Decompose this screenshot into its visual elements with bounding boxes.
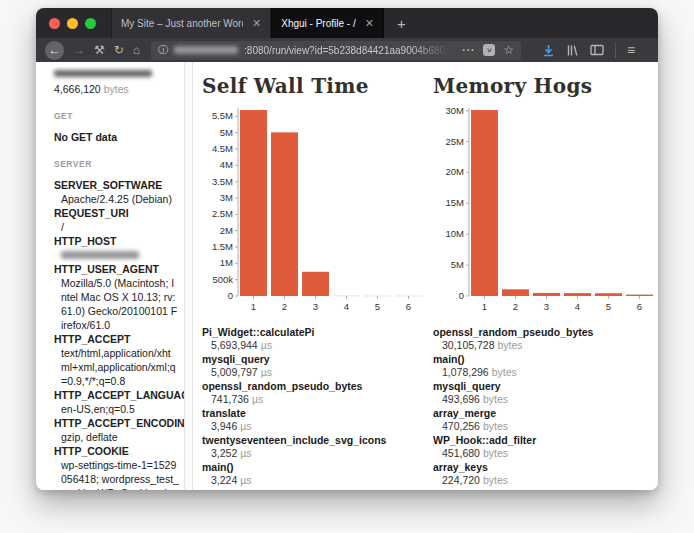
sidebar-section-header: SERVER [54, 157, 179, 171]
sidebar-entry-name: HTTP_HOST [54, 234, 179, 248]
minimize-window-icon[interactable] [67, 18, 78, 29]
bar[interactable] [564, 293, 591, 296]
svg-text:1: 1 [482, 301, 487, 312]
bar[interactable] [271, 132, 298, 296]
function-link[interactable]: main() [433, 353, 654, 366]
svg-text:5.5M: 5.5M [212, 110, 233, 121]
list-item: twentyseventeen_include_svg_icons3,252 µ… [202, 434, 423, 460]
sidebar-toggle-icon[interactable] [590, 44, 604, 56]
svg-text:5M: 5M [220, 127, 233, 138]
tab-1[interactable]: My Site – Just another WordPress s✕ [111, 8, 271, 38]
function-value-unit: µs [261, 366, 272, 378]
function-value-unit: bytes [483, 393, 508, 405]
bar[interactable] [240, 110, 267, 296]
library-icon[interactable] [566, 44, 579, 57]
svg-text:20M: 20M [446, 166, 465, 177]
sidebar-scrollbar[interactable] [184, 62, 193, 490]
svg-text:2.5M: 2.5M [212, 208, 233, 219]
svg-text:0: 0 [459, 290, 464, 301]
svg-text:1.5M: 1.5M [212, 241, 233, 252]
function-link[interactable]: WP_Hook::add_filter [433, 434, 654, 447]
bar[interactable] [471, 110, 498, 296]
function-value-unit: bytes [483, 474, 508, 486]
function-link[interactable]: array_merge [433, 407, 654, 420]
sidebar-entry-value: / [54, 220, 179, 234]
function-value-number: 5,009,797 [211, 366, 261, 378]
function-link[interactable]: twentyseventeen_include_svg_icons [202, 434, 423, 447]
svg-text:5: 5 [375, 301, 380, 312]
svg-text:3M: 3M [220, 192, 233, 203]
function-link[interactable]: mysqli_query [433, 380, 654, 393]
bar[interactable] [626, 295, 653, 296]
function-link[interactable]: translate [202, 407, 423, 420]
bar[interactable] [533, 293, 560, 296]
pocket-icon[interactable]: ˅ [483, 44, 495, 56]
sidebar-entry-name: HTTP_USER_AGENT [54, 262, 179, 276]
function-value: 3,946 µs [202, 420, 423, 433]
function-link[interactable]: array_keys [433, 461, 654, 474]
function-list: openssl_random_pseudo_bytes30,105,728 by… [433, 326, 654, 487]
back-icon[interactable]: ← [45, 41, 64, 60]
function-value-unit: µs [240, 447, 251, 459]
function-link[interactable]: Pi_Widget::calculatePi [202, 326, 423, 339]
svg-text:2: 2 [282, 301, 287, 312]
tab-close-icon[interactable]: ✕ [252, 17, 261, 30]
tab-close-icon[interactable]: ✕ [365, 17, 374, 30]
list-item: array_keys224,720 bytes [433, 461, 654, 487]
function-link[interactable]: mysqli_query [202, 353, 423, 366]
url-bar[interactable]: ⓘ :8080/run/view?id=5b238d84421aa9004b68… [151, 41, 521, 60]
memory-total-number: 4,666,120 [54, 83, 101, 95]
svg-text:15M: 15M [446, 197, 465, 208]
svg-text:1M: 1M [220, 257, 233, 268]
svg-text:1: 1 [251, 301, 256, 312]
page-actions-icon[interactable]: ··· [462, 45, 475, 56]
list-item: main()1,078,296 bytes [433, 353, 654, 379]
sidebar-entry-name: HTTP_ACCEPT_ENCODING [54, 416, 179, 430]
zoom-window-icon[interactable] [85, 18, 96, 29]
sidebar-sections: GETNo GET dataSERVERSERVER_SOFTWAREApach… [54, 109, 179, 490]
close-window-icon[interactable] [49, 18, 60, 29]
tab-2[interactable]: Xhgui - Profile - /✕ [271, 8, 384, 38]
browser-window: My Site – Just another WordPress s✕Xhgui… [36, 8, 658, 490]
menu-icon[interactable]: ≡ [627, 42, 635, 58]
site-info-icon[interactable]: ⓘ [158, 43, 168, 57]
download-icon[interactable] [542, 44, 555, 57]
nav-toolbar: ← → ⚒ ↻ ⌂ ⓘ :8080/run/view?id=5b238d8442… [36, 38, 658, 62]
function-value: 493,696 bytes [433, 393, 654, 406]
function-value: 1,078,296 bytes [433, 366, 654, 379]
function-link[interactable]: openssl_random_pseudo_bytes [433, 326, 654, 339]
home-icon[interactable]: ⌂ [133, 44, 140, 56]
sidebar-entry-name: SERVER_SOFTWARE [54, 178, 179, 192]
wrench-icon[interactable]: ⚒ [94, 44, 105, 56]
page-content: 4,666,120 bytes GETNo GET dataSERVERSERV… [36, 62, 658, 490]
function-link[interactable]: openssl_random_pseudo_bytes [202, 380, 423, 393]
reload-icon[interactable]: ↻ [114, 44, 124, 56]
svg-text:5: 5 [606, 301, 611, 312]
chart-section-1: Self Wall Time0500k1M1.5M2M2.5M3M3.5M4M4… [202, 72, 423, 490]
function-link[interactable]: main() [202, 461, 423, 474]
svg-text:2: 2 [513, 301, 518, 312]
function-value: 30,105,728 bytes [433, 339, 654, 352]
bar[interactable] [595, 293, 622, 296]
function-value-number: 493,696 [442, 393, 483, 405]
bar[interactable] [302, 272, 329, 296]
toolbar-right-icons: ≡ [542, 42, 635, 58]
forward-icon[interactable]: → [73, 44, 85, 56]
function-value-unit: µs [252, 393, 263, 405]
function-value-number: 5,693,944 [211, 339, 261, 351]
list-item: translate3,946 µs [202, 407, 423, 433]
function-value-unit: µs [240, 420, 251, 432]
svg-text:4.5M: 4.5M [212, 143, 233, 154]
sidebar-entry-name: HTTP_ACCEPT_LANGUAGE [54, 388, 179, 402]
function-value-unit: µs [261, 339, 272, 351]
svg-text:3: 3 [313, 301, 318, 312]
svg-text:500k: 500k [212, 274, 233, 285]
bookmark-star-icon[interactable]: ☆ [503, 43, 514, 57]
function-value-number: 224,720 [442, 474, 483, 486]
new-tab-button[interactable]: + [384, 8, 419, 38]
function-value: 451,680 bytes [433, 447, 654, 460]
redacted-text [54, 70, 152, 77]
bar[interactable] [502, 289, 529, 296]
chart-title: Self Wall Time [202, 74, 423, 98]
list-item: Pi_Widget::calculatePi5,693,944 µs [202, 326, 423, 352]
